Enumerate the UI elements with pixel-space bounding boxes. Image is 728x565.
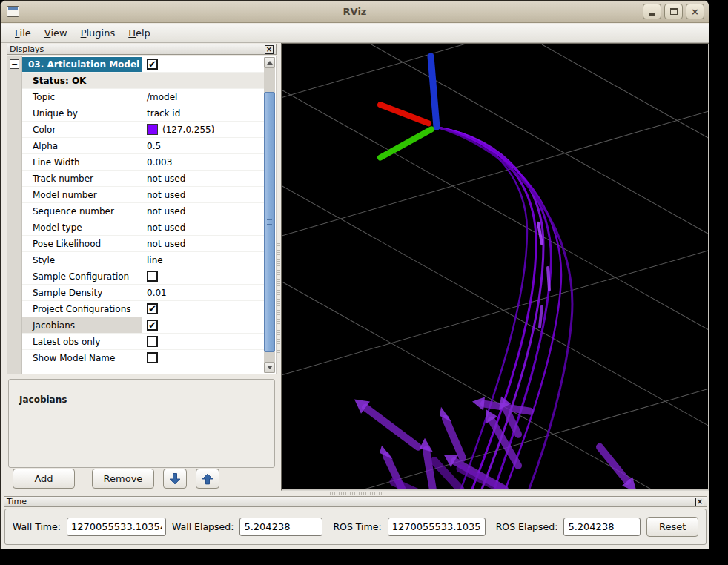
render-view-frame <box>281 43 709 491</box>
menu-bar: File View Plugins Help <box>1 24 709 43</box>
property-value[interactable]: 0.5 <box>142 138 265 153</box>
scroll-down-button[interactable] <box>264 362 275 373</box>
time-panel-titlebar[interactable]: Time × <box>4 496 707 507</box>
tree-row-topic[interactable]: Topic/model <box>22 89 265 105</box>
menu-file[interactable]: File <box>8 25 38 41</box>
ros-time-field[interactable] <box>388 518 486 536</box>
triangle-up-icon <box>267 61 273 65</box>
time-panel: Time × Wall Time: Wall Elapsed: ROS Time… <box>4 496 707 548</box>
property-value[interactable]: not used <box>142 219 265 235</box>
tree-scrollbar[interactable] <box>264 57 275 373</box>
rviz-window: RViz × File View Plugins Help Displays ×… <box>0 0 709 549</box>
property-label: Show Model Name <box>22 350 142 366</box>
property-label: Project Configurations <box>22 301 142 317</box>
property-value[interactable]: not used <box>142 187 265 202</box>
triangle-down-icon <box>267 366 273 369</box>
tree-row-style[interactable]: Styleline <box>22 252 265 268</box>
property-value[interactable]: 0.003 <box>142 154 265 170</box>
ros-elapsed-label: ROS Elapsed: <box>496 521 558 532</box>
remove-button[interactable]: Remove <box>92 469 154 489</box>
title-bar[interactable]: RViz × <box>1 1 709 23</box>
time-panel-close-icon[interactable]: × <box>695 498 704 506</box>
menu-view[interactable]: View <box>38 25 74 41</box>
property-label: Model type <box>22 219 142 235</box>
render-view-canvas[interactable] <box>282 44 708 489</box>
property-value[interactable]: not used <box>142 171 265 186</box>
latest-obs-only-checkbox[interactable] <box>147 336 158 347</box>
property-value[interactable]: track id <box>142 105 265 121</box>
property-label: Sequence number <box>22 203 142 219</box>
property-label: Line Width <box>22 154 142 170</box>
property-value[interactable]: line <box>142 252 265 268</box>
display-enabled-checkbox[interactable]: ✔ <box>147 59 158 70</box>
property-value[interactable]: /model <box>142 89 265 105</box>
tree-row-latest-obs-only[interactable]: Latest obs only <box>22 334 265 350</box>
scroll-up-button[interactable] <box>264 57 275 68</box>
close-icon: × <box>691 7 699 16</box>
add-button[interactable]: Add <box>13 469 75 489</box>
axes-marker <box>380 56 437 157</box>
jacobians-checkbox[interactable]: ✔ <box>147 320 158 331</box>
tree-row-unique-by[interactable]: Unique bytrack id <box>22 105 265 122</box>
reset-button[interactable]: Reset <box>646 517 698 537</box>
property-label: Topic <box>22 89 142 105</box>
displays-panel-title: Displays <box>10 44 265 54</box>
wall-elapsed-label: Wall Elapsed: <box>172 521 234 532</box>
displays-panel-titlebar[interactable]: Displays × <box>7 44 277 55</box>
tree-row-articulation-model[interactable]: 03. Articulation Model ✔ <box>22 56 265 73</box>
display-name-header[interactable]: 03. Articulation Model <box>22 57 142 72</box>
tree-row-track-number[interactable]: Track numbernot used <box>22 171 265 187</box>
property-label: Jacobians <box>22 317 142 333</box>
ros-elapsed-field[interactable] <box>563 518 641 536</box>
sample-configuration-checkbox[interactable] <box>147 271 158 282</box>
wall-elapsed-field[interactable] <box>239 518 322 536</box>
maximize-button[interactable] <box>664 4 683 19</box>
color-swatch[interactable] <box>147 124 158 135</box>
tree-row-alpha[interactable]: Alpha0.5 <box>22 138 265 154</box>
move-up-button[interactable] <box>196 469 219 489</box>
ros-time-label: ROS Time: <box>333 521 381 532</box>
property-label: Color <box>22 122 142 137</box>
property-value[interactable]: not used <box>142 203 265 219</box>
wall-time-label: Wall Time: <box>13 521 61 532</box>
show-model-name-checkbox[interactable] <box>147 352 158 363</box>
tree-row-show-model-name[interactable]: Show Model Name <box>22 350 265 366</box>
tree-row-project-configurations[interactable]: Project Configurations✔ <box>22 301 265 317</box>
tree-row-model-number[interactable]: Model numbernot used <box>22 187 265 203</box>
property-value <box>142 350 265 366</box>
tree-row-pose-likelihood[interactable]: Pose Likelihoodnot used <box>22 236 265 252</box>
maximize-icon <box>670 8 678 15</box>
property-label: Latest obs only <box>22 334 142 349</box>
blue-arrow-up-icon <box>200 472 215 486</box>
close-button[interactable]: × <box>686 4 704 19</box>
tree-row-jacobians[interactable]: Jacobians✔ <box>22 317 265 334</box>
property-value[interactable]: 0.01 <box>142 285 265 300</box>
window-title: RViz <box>1 6 709 17</box>
property-label: Sample Density <box>22 285 142 300</box>
description-text: Jacobians <box>19 394 67 405</box>
tree-row-status[interactable]: Status: OK <box>22 73 265 89</box>
property-value[interactable]: not used <box>142 236 265 251</box>
tree-row-line-width[interactable]: Line Width0.003 <box>22 154 265 171</box>
minimize-button[interactable] <box>643 4 661 19</box>
scrollbar-grip-icon <box>267 219 272 226</box>
property-label: Style <box>22 252 142 268</box>
menu-help[interactable]: Help <box>122 25 157 41</box>
jacobian-arrows <box>354 397 637 489</box>
menu-plugins[interactable]: Plugins <box>74 25 122 41</box>
splitter-grip-icon <box>277 243 280 354</box>
property-label: Pose Likelihood <box>22 236 142 251</box>
property-value: ✔ <box>142 317 265 333</box>
tree-row-sequence-number[interactable]: Sequence numbernot used <box>22 203 265 219</box>
wall-time-field[interactable] <box>67 518 166 536</box>
expander-icon[interactable]: − <box>10 59 19 69</box>
displays-panel-close-icon[interactable]: × <box>265 45 274 54</box>
tree-row-color[interactable]: Color(127,0,255) <box>22 122 265 138</box>
status-text: Status: OK <box>22 73 265 88</box>
tree-row-sample-density[interactable]: Sample Density0.01 <box>22 285 265 301</box>
scrollbar-thumb[interactable] <box>264 92 275 352</box>
tree-row-model-type[interactable]: Model typenot used <box>22 219 265 236</box>
tree-row-sample-configuration[interactable]: Sample Configuration <box>22 268 265 285</box>
project-configurations-checkbox[interactable]: ✔ <box>147 303 158 314</box>
move-down-button[interactable] <box>163 469 187 489</box>
